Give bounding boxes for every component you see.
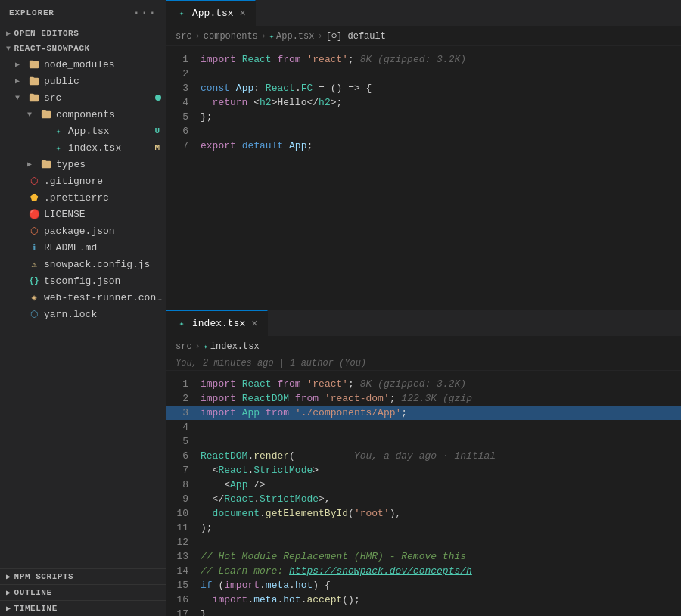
tab-app-tsx[interactable]: ✦ App.tsx × — [166, 0, 256, 26]
bottom-breadcrumb: src › ✦ index.tsx — [166, 337, 681, 356]
index-tsx-label: index.tsx — [68, 142, 166, 154]
line-num-4: 4 — [166, 95, 201, 110]
public-arrow: ▶ — [15, 76, 27, 86]
bottom-code-line-10: 10 document.getElementById('root'), — [166, 506, 681, 521]
timeline-arrow: ▶ — [6, 604, 11, 613]
code-line-4: 4 return <h2>Hello</h2>; — [166, 95, 681, 110]
sidebar-item-index-tsx[interactable]: ✦ index.tsx M — [0, 139, 166, 156]
yarn-label: yarn.lock — [44, 309, 166, 320]
bottom-line-content-9: </React.StrictMode>, — [201, 492, 681, 506]
bottom-line-content-14: // Learn more: https://snowpack.dev/conc… — [201, 564, 681, 578]
line-content-7: export default App; — [201, 138, 681, 153]
sidebar-item-tsconfig[interactable]: {} tsconfig.json — [0, 272, 166, 289]
tab-app-tsx-icon: ✦ — [176, 8, 188, 20]
open-editors-arrow: ▶ — [6, 29, 11, 38]
bottom-line-content-13: // Hot Module Replacement (HMR) - Remove… — [201, 549, 681, 564]
snowpack-label: snowpack.config.js — [44, 259, 166, 270]
bottom-line-content-3: import App from './components/App'; — [201, 406, 681, 420]
sidebar-item-components[interactable]: ▼ components — [0, 106, 166, 123]
src-folder-icon — [27, 91, 41, 104]
bc-sep-2: › — [261, 31, 266, 42]
bc-sep-1: › — [195, 31, 201, 42]
app-tsx-badge: U — [154, 126, 160, 135]
editor-area: ✦ App.tsx × src › components › ✦ App.tsx… — [166, 0, 681, 616]
top-editor-pane: ✦ App.tsx × src › components › ✦ App.tsx… — [166, 0, 681, 310]
sidebar-header: Explorer ··· — [0, 0, 166, 26]
yarn-icon: ⬡ — [27, 307, 41, 321]
node-modules-label: node_modules — [44, 59, 166, 70]
top-code-scroll[interactable]: 1 import React from 'react'; 8K (gzipped… — [166, 46, 681, 310]
open-editors-section[interactable]: ▶ OPEN EDITORS — [0, 26, 166, 41]
src-label: src — [44, 92, 155, 104]
bottom-line-content-16: import.meta.hot.accept(); — [201, 593, 681, 607]
tab-index-tsx-label: index.tsx — [192, 318, 245, 329]
bottom-line-num-7: 7 — [166, 463, 201, 478]
bottom-code-line-1: 1 import React from 'react'; 8K (gzipped… — [166, 377, 681, 391]
bottom-line-num-5: 5 — [166, 434, 201, 449]
bottom-line-content-17: } — [201, 607, 681, 616]
line-content-3: const App: React.FC = () => { — [201, 81, 681, 95]
bottom-line-content-6: ReactDOM.render( You, a day ago · initia… — [201, 449, 681, 463]
sidebar-item-package-json[interactable]: ⬡ package.json — [0, 222, 166, 239]
sidebar-item-node-modules[interactable]: ▶ node_modules — [0, 56, 166, 73]
bottom-line-num-13: 13 — [166, 549, 201, 564]
sidebar-item-yarn[interactable]: ⬡ yarn.lock — [0, 306, 166, 322]
tab-index-tsx-close[interactable]: × — [251, 319, 257, 329]
timeline-section[interactable]: ▶ TIMELINE — [0, 600, 166, 616]
types-folder-icon — [39, 157, 53, 171]
bottom-line-num-15: 15 — [166, 578, 201, 593]
sidebar-item-license[interactable]: 🔴 LICENSE — [0, 206, 166, 222]
sidebar-item-public[interactable]: ▶ public — [0, 73, 166, 89]
web-test-icon: ◈ — [27, 291, 41, 304]
web-test-label: web-test-runner.config.js — [44, 292, 166, 303]
sidebar-item-src[interactable]: ▼ src — [0, 89, 166, 106]
line-num-1: 1 — [166, 52, 201, 67]
bottom-code-line-17: 17 } — [166, 607, 681, 616]
sidebar-item-types[interactable]: ▶ types — [0, 156, 166, 173]
sidebar-dots[interactable]: ··· — [133, 6, 157, 20]
top-tab-bar: ✦ App.tsx × — [166, 0, 681, 26]
bottom-code-line-11: 11 ); — [166, 521, 681, 535]
snowpack-icon: ⚠ — [27, 257, 41, 271]
bottom-code-scroll[interactable]: 1 import React from 'react'; 8K (gzipped… — [166, 371, 681, 616]
line-num-3: 3 — [166, 81, 201, 95]
sidebar-item-app-tsx[interactable]: ✦ App.tsx U — [0, 123, 166, 139]
code-line-5: 5 }; — [166, 110, 681, 124]
bottom-code-line-14: 14 // Learn more: https://snowpack.dev/c… — [166, 564, 681, 578]
bc-app-tsx: App.tsx — [276, 31, 314, 42]
bc-default: [⊕] default — [326, 30, 386, 42]
src-arrow: ▼ — [15, 94, 27, 102]
bottom-line-content-11: ); — [201, 521, 681, 535]
bottom-line-content-10: document.getElementById('root'), — [201, 506, 681, 521]
bottom-code-line-15: 15 if (import.meta.hot) { — [166, 578, 681, 593]
bottom-line-num-12: 12 — [166, 535, 201, 549]
bottom-code-line-2: 2 import ReactDOM from 'react-dom'; 122.… — [166, 391, 681, 406]
outline-arrow: ▶ — [6, 588, 11, 597]
bc-sep-4: › — [195, 341, 201, 352]
bottom-code-line-8: 8 <App /> — [166, 478, 681, 492]
bottom-line-num-17: 17 — [166, 607, 201, 616]
bottom-code-line-3: 3 import App from './components/App'; — [166, 406, 681, 420]
npm-scripts-section[interactable]: ▶ NPM SCRIPTS — [0, 568, 166, 584]
public-label: public — [44, 76, 166, 87]
sidebar-title: Explorer — [9, 8, 54, 17]
open-editors-label: OPEN EDITORS — [14, 29, 79, 38]
sidebar-item-web-test[interactable]: ◈ web-test-runner.config.js — [0, 289, 166, 306]
bottom-code-line-7: 7 <React.StrictMode> — [166, 463, 681, 478]
bottom-line-num-16: 16 — [166, 593, 201, 607]
tab-app-tsx-close[interactable]: × — [240, 8, 246, 19]
sidebar-item-gitignore[interactable]: ⬡ .gitignore — [0, 173, 166, 189]
npm-scripts-label: NPM SCRIPTS — [14, 572, 74, 581]
sidebar-item-prettier[interactable]: ⬟ .prettierrc — [0, 189, 166, 206]
tab-index-tsx[interactable]: ✦ index.tsx × — [166, 310, 268, 337]
sidebar-item-snowpack[interactable]: ⚠ snowpack.config.js — [0, 256, 166, 272]
bottom-line-content-7: <React.StrictMode> — [201, 463, 681, 478]
outline-section[interactable]: ▶ OUTLINE — [0, 584, 166, 600]
line-content-5: }; — [201, 110, 681, 124]
blame-text: You, 2 minutes ago | 1 author (You) — [176, 358, 366, 369]
project-section[interactable]: ▼ REACT-SNOWPACK — [0, 41, 166, 56]
sidebar-item-readme[interactable]: ℹ README.md — [0, 239, 166, 256]
bottom-code-line-9: 9 </React.StrictMode>, — [166, 492, 681, 506]
line-num-2: 2 — [166, 67, 201, 81]
bottom-code-line-5: 5 — [166, 434, 681, 449]
